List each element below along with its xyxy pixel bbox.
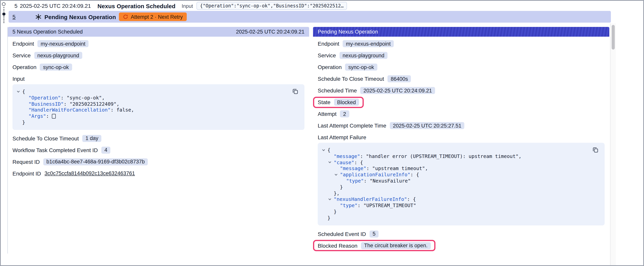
json-text: : "NexusFailure" — [364, 178, 411, 184]
field-row: Request IDb1c6a4bc-8ee7-468a-9169-df3b02… — [12, 158, 304, 166]
temporal-event-details-screen: 5 2025-02-25 UTC 20:24:09.21 Nexus Opera… — [0, 0, 644, 266]
collapse-chevron-icon[interactable] — [328, 160, 334, 164]
event-id-link[interactable]: 5 — [12, 14, 18, 20]
scrollbar-track[interactable] — [610, 24, 616, 266]
field-row: Attempt2 — [318, 110, 605, 118]
json-text: : "handler error (UPSTREAM_TIMEOUT): ups… — [360, 153, 522, 159]
code-line: "Operation": "sync-op-ok", — [16, 95, 289, 101]
json-key: "HandlerWaitForCancellation" — [28, 107, 110, 113]
json-key: "nexusHandlerFailureInfo" — [334, 196, 407, 203]
json-key: "type" — [346, 178, 364, 184]
field-label: Attempt — [318, 111, 336, 117]
event-title: Pending Nexus Operation — [44, 14, 116, 20]
json-key: "type" — [340, 202, 358, 209]
field-label: Endpoint ID — [12, 170, 41, 177]
field-label: Last Attempt Failure — [318, 134, 366, 140]
field-row: Servicenexus-playground — [318, 52, 605, 59]
field-value-link[interactable]: 3c0c75ccfa8144b092c13ce632463761 — [44, 171, 135, 176]
event-row-pending-nexus-operation[interactable]: 5 Pending Nexus Operation — [8, 11, 611, 23]
json-text: } — [22, 119, 25, 126]
field-label: Schedule To Close Timeout — [12, 135, 79, 142]
event-title: Nexus Operation Scheduled — [98, 3, 176, 9]
code-line: "type": "NexusFailure" — [322, 178, 589, 184]
json-key: "cause" — [334, 159, 354, 166]
field-label: Workflow Task Completed Event ID — [12, 147, 98, 153]
field-value-badge: 2025-02-25 UTC 20:24:09.21 — [360, 87, 435, 94]
code-line: "applicationFailureInfo": { — [322, 172, 589, 178]
collapse-chevron-icon[interactable] — [322, 148, 328, 152]
json-text: : "UPSTREAM_TIMEOUT" — [358, 202, 416, 209]
field-value-badge: 5 — [370, 230, 379, 237]
json-key: "Args" — [28, 113, 46, 119]
code-line: "Args": — [16, 113, 289, 119]
panel-timestamp: 2025-02-25 UTC 20:24:09.21 — [236, 29, 304, 35]
collapse-chevron-icon[interactable] — [334, 173, 340, 177]
json-text: } — [340, 184, 343, 190]
code-line: "message": "handler error (UPSTREAM_TIME… — [322, 153, 589, 159]
code-line: "type": "UPSTREAM_TIMEOUT" — [322, 202, 589, 209]
pending-panel-header: Pending Nexus Operation — [313, 27, 609, 37]
code-line: "cause": { — [322, 159, 589, 166]
event-timestamp: 2025-02-25 UTC 20:24:09.21 — [20, 3, 98, 9]
field-value-badge: The circuit breaker is open. — [361, 242, 431, 249]
json-text: { — [22, 89, 25, 95]
code-line: "HandlerWaitForCancellation": false, — [16, 107, 289, 113]
json-key: "applicationFailureInfo" — [340, 172, 410, 178]
json-text: : — [46, 113, 52, 119]
code-line: } — [16, 119, 289, 126]
scheduled-panel-body: Endpointmy-nexus-endpointServicenexus-pl… — [8, 37, 309, 177]
code-line: }, — [322, 190, 589, 196]
field-row: Blocked ReasonThe circuit breaker is ope… — [318, 242, 605, 249]
collapse-chevron-icon[interactable] — [328, 197, 334, 201]
field-value-badge: 2025-02-25 UTC 20:25:27.51 — [390, 122, 464, 129]
field-row: Endpointmy-nexus-endpoint — [12, 40, 304, 48]
json-text: : "sync-op-ok", — [61, 95, 105, 101]
field-label: Scheduled Time — [318, 87, 357, 94]
code-line: "nexusHandlerFailureInfo": { — [322, 196, 589, 203]
field-value-badge: my-nexus-endpoint — [343, 40, 394, 47]
field-label: Input — [12, 76, 24, 82]
copy-icon[interactable] — [292, 88, 300, 96]
field-label: Endpoint — [318, 41, 339, 47]
scrollbar-thumb[interactable] — [612, 25, 615, 50]
field-value-badge: sync-op-ok — [345, 64, 377, 71]
field-row: Operationsync-op-ok — [12, 63, 304, 71]
pending-operation-panel: Pending Nexus Operation Endpointmy-nexus… — [313, 27, 609, 253]
retry-attempt-badge: Attempt 2 · Next Retry — [119, 13, 187, 21]
code-line: { — [16, 89, 289, 95]
field-row: Last Attempt Failure — [318, 133, 605, 141]
input-label: Input — [182, 3, 193, 9]
json-key: "message" — [334, 153, 360, 159]
timeline-node-filled-icon — [2, 13, 5, 16]
json-key: "Operation" — [28, 95, 61, 101]
json-text: { — [328, 147, 330, 153]
event-detail-panels: 5 Nexus Operation Scheduled 2025-02-25 U… — [8, 27, 609, 253]
event-history-rows: 5 2025-02-25 UTC 20:24:09.21 Nexus Opera… — [8, 1, 611, 23]
field-label: Request ID — [12, 159, 40, 165]
event-row-nexus-operation-scheduled[interactable]: 5 2025-02-25 UTC 20:24:09.21 Nexus Opera… — [8, 1, 611, 11]
field-row: Schedule To Close Timeout86400s — [318, 75, 605, 83]
field-row: Input — [12, 75, 304, 83]
field-label: Blocked Reason — [318, 242, 358, 249]
field-row: Endpoint ID3c0c75ccfa8144b092c13ce632463… — [12, 170, 304, 177]
field-row: Scheduled Event ID5 — [318, 230, 605, 238]
field-label: Service — [318, 52, 336, 59]
json-text: : "upstream timeout", — [366, 166, 428, 172]
field-row: Schedule To Close Timeout1 day — [12, 135, 304, 142]
event-id[interactable]: 5 — [14, 3, 20, 9]
field-row: Workflow Task Completed Event ID4 — [12, 146, 304, 154]
field-value-badge: sync-op-ok — [40, 64, 72, 71]
json-text: } — [334, 209, 336, 215]
field-value-badge: nexus-playground — [339, 52, 388, 59]
copy-icon[interactable] — [592, 147, 600, 154]
json-text: } — [328, 215, 330, 221]
code-line: "BusinessID": "20250225122409", — [16, 101, 289, 107]
json-text: : "20250225122409", — [64, 101, 120, 107]
timeline-node-open-icon — [2, 2, 6, 6]
json-code-block: {"Operation": "sync-op-ok","BusinessID":… — [12, 84, 304, 130]
panel-title: Pending Nexus Operation — [318, 29, 378, 35]
collapse-chevron-icon[interactable] — [16, 90, 22, 94]
field-row: Operationsync-op-ok — [318, 63, 605, 71]
empty-array-icon — [52, 114, 56, 119]
json-text: : { — [354, 159, 363, 166]
